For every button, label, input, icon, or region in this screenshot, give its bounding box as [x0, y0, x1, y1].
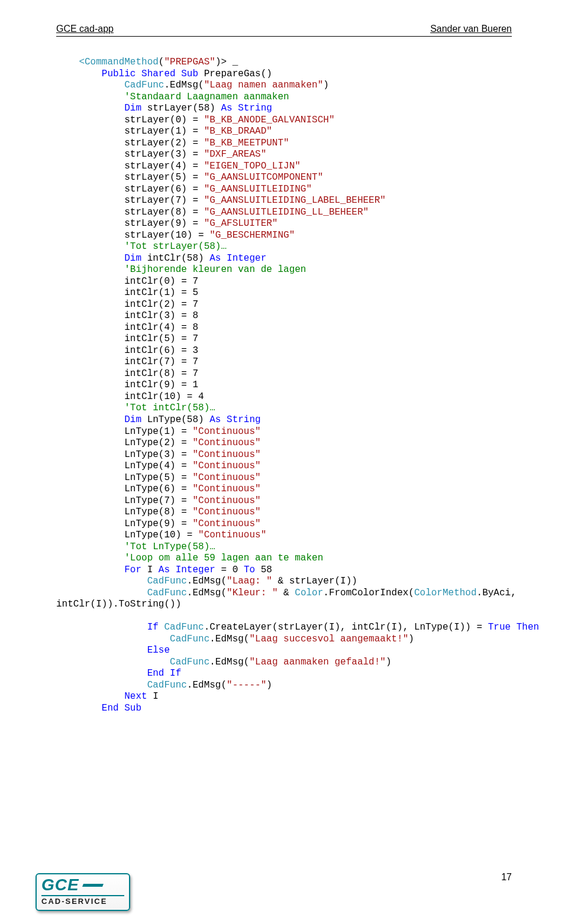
logo-divider — [41, 895, 124, 896]
logo-gce: GCE CAD-SERVICE — [36, 873, 130, 911]
header-left: GCE cad-app — [56, 24, 114, 34]
logo-dash-icon — [82, 884, 104, 887]
page-header: GCE cad-app Sander van Bueren — [56, 24, 512, 37]
code-block: <CommandMethod("PREPGAS")> _ Public Shar… — [56, 57, 512, 714]
logo-line2: CAD-SERVICE — [41, 897, 124, 906]
document-page: GCE cad-app Sander van Bueren <CommandMe… — [0, 0, 568, 924]
logo-line1: GCE — [41, 877, 124, 893]
header-right: Sander van Bueren — [430, 24, 512, 34]
page-number: 17 — [501, 872, 512, 883]
